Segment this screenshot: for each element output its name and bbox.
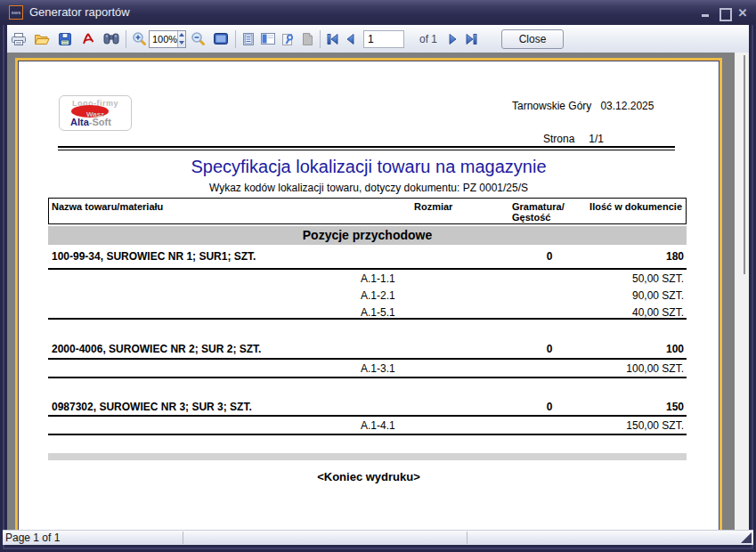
export-pdf-button[interactable] [77, 28, 100, 50]
toolbar: 100% [7, 25, 749, 53]
page-setup-icon [280, 32, 296, 46]
end-of-print-label: <Koniec wydruku> [19, 470, 719, 483]
report-preview-window: sws Generator raportów ✕ [0, 0, 756, 552]
title-bar: sws Generator raportów ✕ [0, 0, 756, 25]
zoom-spin-arrows[interactable] [177, 31, 185, 47]
resize-grip[interactable] [741, 532, 752, 543]
zoom-in-button[interactable] [129, 28, 149, 50]
vertical-scrollbar-thumb[interactable] [744, 55, 745, 274]
close-preview-button[interactable]: Close [501, 29, 564, 49]
zoom-out-button[interactable] [186, 28, 209, 50]
zoom-in-icon [132, 31, 147, 46]
window-title: Generator raportów [29, 5, 130, 19]
page-setup-button[interactable] [278, 28, 297, 50]
report-city-date: Tarnowskie Góry03.12.2025 [512, 100, 654, 112]
first-page-icon [326, 33, 339, 45]
table-row: 2000-4006, SUROWIEC NR 2; SUR 2; SZT. 0 … [48, 343, 687, 357]
location-row: A.1-2.1 90,00 SZT. [48, 289, 687, 304]
report-page: Logo-firmy Wasz Alta-Soft Tarnowskie Gór… [15, 58, 722, 530]
zoom-value: 100% [150, 31, 177, 47]
location-row: A.1-4.1 150,00 SZT. [48, 419, 687, 434]
edit-page-icon [300, 32, 314, 46]
status-bar: Page 1 of 1 [3, 530, 753, 545]
zoom-spinbox[interactable]: 100% [149, 30, 186, 48]
app-icon: sws [9, 5, 23, 20]
open-button[interactable] [30, 28, 53, 50]
whole-page-button[interactable] [209, 28, 232, 50]
save-button[interactable] [53, 28, 77, 50]
prev-page-button[interactable] [341, 28, 359, 50]
report-page-number: Strona1/1 [543, 133, 604, 145]
thumbnails-icon [260, 32, 276, 45]
page-number-input[interactable]: 1 [363, 30, 404, 48]
outline-button[interactable] [239, 28, 258, 50]
footer-separator [48, 453, 687, 460]
location-row: A.1-3.1 100,00 SZT. [48, 362, 687, 377]
last-page-button[interactable] [462, 28, 480, 50]
close-window-button[interactable]: ✕ [737, 7, 748, 19]
find-icon [102, 32, 120, 45]
thumbnails-button[interactable] [258, 28, 278, 50]
report-subtitle: Wykaz kodów lokalizacji towaru, dotyczy … [19, 182, 719, 194]
vertical-scrollbar[interactable] [735, 53, 749, 530]
export-pdf-icon [81, 32, 95, 46]
prev-page-icon [344, 33, 356, 45]
report-preview-area: Logo-firmy Wasz Alta-Soft Tarnowskie Gór… [7, 53, 749, 530]
first-page-button[interactable] [323, 28, 341, 50]
last-page-icon [465, 33, 478, 45]
table-header: Nazwa towaru/materiału Rozmiar Gramatura… [48, 198, 687, 224]
spin-up-icon[interactable] [178, 31, 185, 39]
company-logo: Logo-firmy Wasz Alta-Soft [59, 95, 132, 131]
print-icon [11, 32, 27, 46]
open-icon [34, 32, 50, 46]
header-divider [58, 146, 675, 150]
next-page-icon [447, 33, 459, 45]
spin-down-icon[interactable] [178, 39, 185, 47]
whole-page-icon [213, 32, 229, 45]
table-row: 100-99-34, SUROWIEC NR 1; SUR1; SZT. 0 1… [48, 250, 687, 264]
edit-page-button[interactable] [297, 28, 317, 50]
table-row: 0987302, SUROWIEC NR 3; SUR 3; SZT. 0 15… [48, 401, 687, 415]
location-row: A.1-1.1 50,00 SZT. [48, 272, 687, 287]
next-page-button[interactable] [444, 28, 462, 50]
find-button[interactable] [100, 28, 123, 50]
page-count-label: of 1 [419, 33, 437, 45]
report-title: Specyfikacja lokalizacji towaru na magaz… [19, 157, 719, 177]
print-button[interactable] [7, 28, 30, 50]
maximize-button[interactable] [719, 7, 729, 19]
outline-icon [241, 32, 256, 46]
save-icon [58, 32, 72, 46]
status-page-label: Page 1 of 1 [5, 532, 60, 544]
minimize-button[interactable] [700, 7, 711, 19]
zoom-out-icon [191, 31, 206, 46]
section-header: Pozycje przychodowe [48, 226, 687, 245]
